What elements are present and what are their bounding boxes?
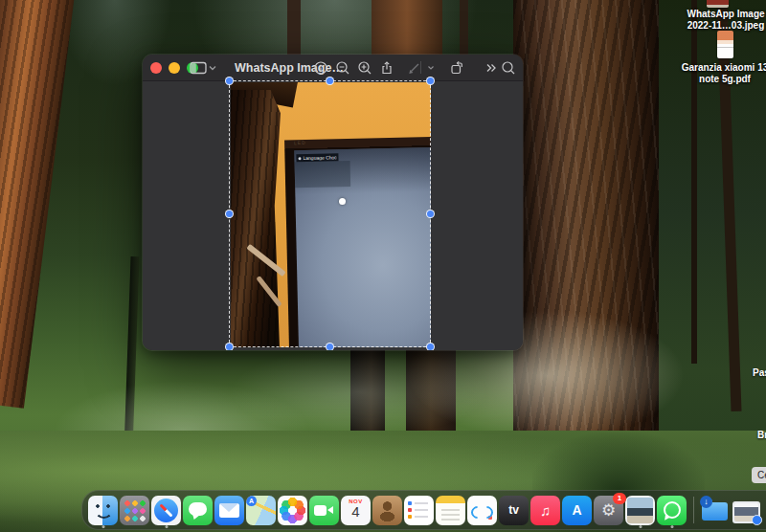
minimized-window-app-icon <box>732 501 760 523</box>
selection-handle-top-left[interactable] <box>225 77 234 85</box>
share-icon[interactable] <box>376 57 397 78</box>
dock-photos-icon[interactable] <box>277 491 308 529</box>
dock-contacts-icon[interactable] <box>372 491 403 529</box>
wallpaper-top-trunk-1 <box>287 0 301 57</box>
messages-app-icon <box>183 496 213 525</box>
info-icon[interactable] <box>310 57 331 78</box>
markup-pencil-icon[interactable] <box>404 57 425 78</box>
selection-rectangle[interactable] <box>229 80 431 347</box>
dock-divider <box>687 491 699 529</box>
dock-reminders-icon[interactable] <box>403 491 435 529</box>
toolbar-divider <box>420 61 421 74</box>
selection-handle-bottom-left[interactable] <box>225 343 234 350</box>
desktop-partial-label-2[interactable]: Br <box>757 430 766 440</box>
dock-mail-icon[interactable] <box>214 491 245 529</box>
preview-app-icon <box>625 496 655 525</box>
pdf-label-line2: note 5g.pdf <box>681 74 766 85</box>
zoom-out-icon[interactable] <box>332 57 353 78</box>
dock-finder-icon[interactable] <box>87 491 119 529</box>
desktop-partial-label-3[interactable]: Ce <box>752 467 766 483</box>
dock-minimized-window-icon[interactable] <box>731 491 762 529</box>
running-indicator-dot <box>101 525 104 528</box>
contacts-app-icon <box>372 496 402 525</box>
selection-handle-bottom-right[interactable] <box>426 343 435 350</box>
rotate-icon[interactable] <box>446 57 467 78</box>
running-indicator-dot <box>639 525 642 528</box>
desktop-jpeg-thumbnail-icon[interactable] <box>707 0 729 8</box>
finder-app-icon <box>88 496 118 525</box>
apple-tv-app-icon: tv <box>499 496 529 525</box>
selection-handle-middle-right[interactable] <box>426 210 435 218</box>
wallpaper-right-trunk-2 <box>691 0 697 364</box>
running-indicator-dot <box>165 525 168 528</box>
app-store-glyph: A <box>562 496 592 525</box>
music-app-icon: ♫ <box>530 496 560 525</box>
dock-safari-icon[interactable] <box>150 491 182 529</box>
desktop-file-pdf-label[interactable]: Garanzia xiaomi 13 note 5g.pdf <box>681 62 766 85</box>
window-content: Language Chooser LED <box>143 81 523 350</box>
desktop-partial-label-1[interactable]: Pas <box>753 367 766 378</box>
wallpaper-top-trunk-2 <box>372 0 442 57</box>
dock-maps-icon[interactable]: A <box>245 491 277 529</box>
close-button[interactable] <box>150 62 162 74</box>
mail-app-icon <box>214 496 244 525</box>
dock-facetime-icon[interactable] <box>308 491 340 529</box>
freeform-app-icon <box>467 496 497 525</box>
dock-apple-tv-icon[interactable]: tv <box>498 491 529 529</box>
maps-glyph: A <box>246 496 257 506</box>
launchpad-app-icon <box>120 496 149 525</box>
selection-handle-middle-left[interactable] <box>225 210 234 218</box>
desktop-pdf-icon[interactable] <box>717 31 733 58</box>
selection-handle-bottom-middle[interactable] <box>326 343 334 350</box>
dock-freeform-icon[interactable] <box>466 491 498 529</box>
search-icon[interactable] <box>498 57 519 78</box>
dock-downloads-folder-icon[interactable]: ↓ <box>699 491 731 529</box>
calendar-day-label: 4 <box>351 504 359 520</box>
wallpaper-top-trunk-3 <box>460 0 468 57</box>
calendar-app-icon: NOV4 <box>341 496 371 525</box>
dock-whatsapp-icon[interactable] <box>656 491 687 529</box>
dock-trash-icon[interactable] <box>762 491 766 529</box>
jpeg-label-line1: WhatsApp Image <box>682 9 766 20</box>
desktop-file-jpeg-label[interactable]: WhatsApp Image 2022-11…03.jpeg <box>682 9 766 32</box>
minimize-button[interactable] <box>169 62 180 74</box>
pdf-label-line1: Garanzia xiaomi 13 <box>681 62 766 74</box>
photos-app-icon <box>278 496 307 525</box>
apple-tv-glyph: tv <box>499 496 529 525</box>
facetime-app-icon <box>309 496 339 525</box>
dock-calendar-icon[interactable]: NOV4 <box>340 491 372 529</box>
dock-music-icon[interactable]: ♫ <box>529 491 561 529</box>
app-store-app-icon: A <box>562 496 592 525</box>
dock-notes-icon[interactable] <box>435 491 466 529</box>
music-glyph: ♫ <box>530 496 560 525</box>
sidebar-toggle-button[interactable] <box>187 57 219 78</box>
safari-app-icon <box>151 496 181 525</box>
selection-handle-top-middle[interactable] <box>326 77 334 85</box>
reminders-app-icon <box>404 496 434 525</box>
dock-messages-icon[interactable] <box>182 491 214 529</box>
running-indicator-dot <box>670 525 673 528</box>
zoom-in-icon[interactable] <box>354 57 375 78</box>
whatsapp-app-icon <box>657 496 687 525</box>
settings-notification-badge: 1 <box>613 493 626 504</box>
downloads-folder-glyph: ↓ <box>700 496 712 508</box>
downloads-folder-app-icon: ↓ <box>700 496 730 525</box>
selection-handle-top-right[interactable] <box>426 77 435 85</box>
dock-system-settings-icon[interactable]: ⚙1 <box>593 491 624 529</box>
system-settings-app-icon: ⚙1 <box>594 496 623 525</box>
preview-window: WhatsApp Image… <box>143 55 523 350</box>
maps-app-icon: A <box>246 496 276 525</box>
dock-launchpad-icon[interactable] <box>119 491 150 529</box>
dock: ANOV4tv♫A⚙1↓ <box>81 490 766 530</box>
markup-chevron-icon[interactable] <box>424 57 438 78</box>
notes-app-icon <box>436 496 465 525</box>
dock-app-store-icon[interactable]: A <box>561 491 593 529</box>
dock-preview-icon[interactable] <box>624 491 656 529</box>
